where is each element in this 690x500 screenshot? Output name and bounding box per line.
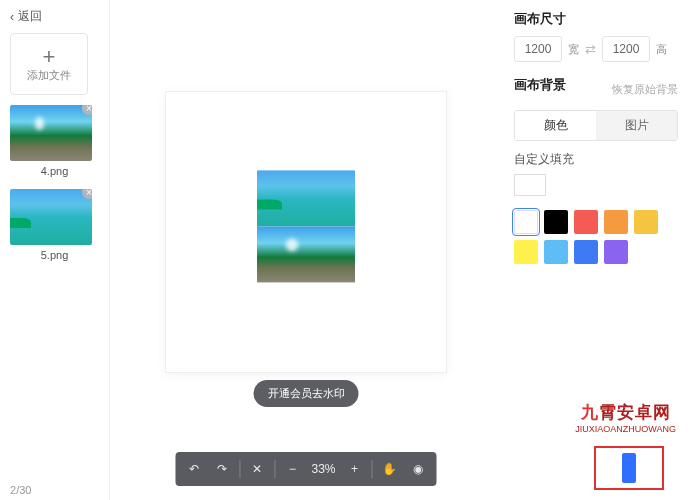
tab-color[interactable]: 颜色 <box>515 111 596 140</box>
width-label: 宽 <box>568 42 579 57</box>
brand-logo: 九霄安卓网 JIUXIAOANZHUOWANG <box>575 401 676 434</box>
plus-icon: + <box>43 46 56 68</box>
pan-button[interactable]: ✋ <box>377 456 403 482</box>
canvas-frame[interactable] <box>166 92 446 372</box>
page-counter: 2/30 <box>10 484 99 496</box>
canvas-area: 开通会员去水印 ↶ ↷ ✕ − 33% + ✋ ◉ <box>110 0 502 500</box>
thumbnail-item[interactable]: × 5.png <box>10 189 99 267</box>
lock-aspect-icon[interactable]: ⇄ <box>585 42 596 57</box>
custom-fill-label: 自定义填充 <box>514 151 678 168</box>
zoom-in-button[interactable]: + <box>342 456 368 482</box>
canvas-content <box>257 170 355 282</box>
close-icon[interactable]: × <box>82 189 92 199</box>
color-swatch[interactable] <box>544 210 568 234</box>
canvas-image-1[interactable] <box>257 170 355 226</box>
back-button[interactable]: ‹ 返回 <box>10 8 99 25</box>
color-swatch[interactable] <box>604 210 628 234</box>
thumbnail-image: × <box>10 105 92 161</box>
color-swatch[interactable] <box>514 210 538 234</box>
tab-image[interactable]: 图片 <box>596 111 677 140</box>
bg-tabs: 颜色 图片 <box>514 110 678 141</box>
highlight-box <box>594 446 664 490</box>
width-input[interactable] <box>514 36 562 62</box>
thumbnail-filename: 5.png <box>10 249 99 261</box>
canvas-bg-header: 画布背景 <box>514 76 566 94</box>
zoom-level[interactable]: 33% <box>307 462 339 476</box>
thumbnail-item[interactable]: × 4.png <box>10 105 99 183</box>
swatch-grid <box>514 210 678 264</box>
add-file-label: 添加文件 <box>27 68 71 83</box>
color-swatch[interactable] <box>574 240 598 264</box>
back-label: 返回 <box>18 8 42 25</box>
fit-button[interactable]: ◉ <box>405 456 431 482</box>
watermark-pill[interactable]: 开通会员去水印 <box>254 380 359 407</box>
thumbnail-filename: 4.png <box>10 165 99 177</box>
zoom-out-button[interactable]: − <box>279 456 305 482</box>
color-swatch[interactable] <box>514 240 538 264</box>
shuffle-button[interactable]: ✕ <box>244 456 270 482</box>
undo-button[interactable]: ↶ <box>181 456 207 482</box>
canvas-image-2[interactable] <box>257 226 355 282</box>
color-swatch[interactable] <box>544 240 568 264</box>
close-icon[interactable]: × <box>82 105 92 115</box>
chevron-left-icon: ‹ <box>10 10 14 24</box>
color-swatch[interactable] <box>574 210 598 234</box>
height-input[interactable] <box>602 36 650 62</box>
color-swatch[interactable] <box>634 210 658 234</box>
color-swatch[interactable] <box>604 240 628 264</box>
primary-action-button[interactable] <box>622 453 636 483</box>
custom-color-picker[interactable] <box>514 174 546 196</box>
height-label: 高 <box>656 42 667 57</box>
canvas-size-header: 画布尺寸 <box>514 10 678 28</box>
bottom-toolbar: ↶ ↷ ✕ − 33% + ✋ ◉ <box>175 452 436 486</box>
redo-button[interactable]: ↷ <box>209 456 235 482</box>
thumbnail-image: × <box>10 189 92 245</box>
add-file-button[interactable]: + 添加文件 <box>10 33 88 95</box>
restore-bg-link[interactable]: 恢复原始背景 <box>612 82 678 97</box>
